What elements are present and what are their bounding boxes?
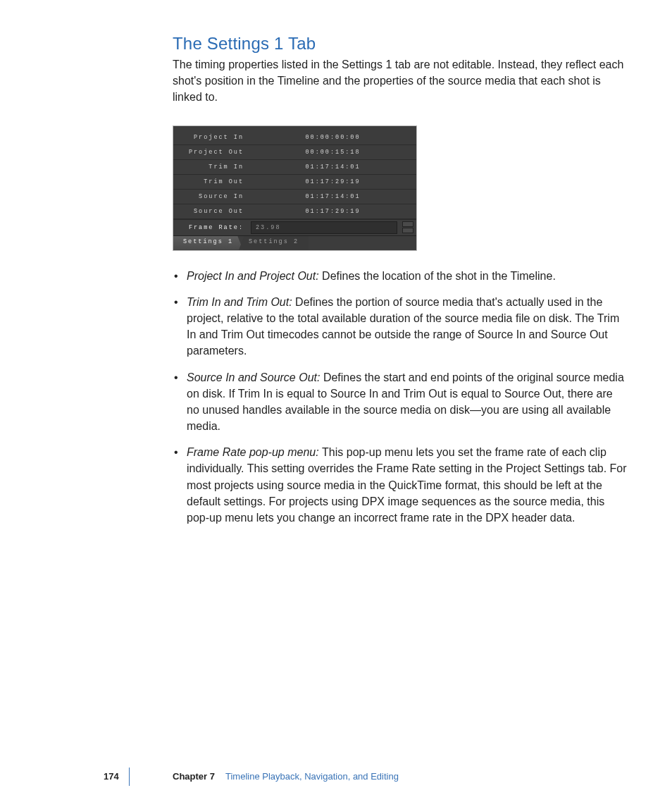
frame-rate-row: Frame Rate: 23.98 xyxy=(173,219,416,235)
frame-rate-stepper[interactable] xyxy=(402,221,413,233)
panel-row-label: Project In xyxy=(173,134,249,141)
definition-term: Source In and Source Out: xyxy=(187,371,323,383)
panel-row-label: Trim In xyxy=(173,164,249,171)
panel-row-value: 00:00:00:00 xyxy=(249,134,416,141)
panel-row-label: Source In xyxy=(173,193,249,200)
definition-desc: Defines the location of the shot in the … xyxy=(322,270,556,282)
panel-row-label: Project Out xyxy=(173,149,249,156)
list-item: Trim In and Trim Out: Defines the portio… xyxy=(173,294,627,359)
panel-row: Source In 01:17:14:01 xyxy=(173,190,416,204)
definition-term: Project In and Project Out: xyxy=(187,270,322,282)
panel-row-value: 01:17:29:19 xyxy=(249,208,416,215)
panel-row-value: 01:17:29:19 xyxy=(249,178,416,185)
page-footer: 174 Chapter 7 Timeline Playback, Navigat… xyxy=(0,765,672,782)
panel-row-value: 01:17:14:01 xyxy=(249,164,416,171)
chapter-title: Timeline Playback, Navigation, and Editi… xyxy=(225,771,399,782)
panel-row-value: 00:00:15:18 xyxy=(249,149,416,156)
list-item: Frame Rate pop-up menu: This pop-up menu… xyxy=(173,444,627,526)
page-number: 174 xyxy=(104,771,119,782)
stepper-up-icon[interactable] xyxy=(402,221,413,227)
panel-row: Trim In 01:17:14:01 xyxy=(173,160,416,175)
definition-term: Frame Rate pop-up menu: xyxy=(187,446,322,458)
definition-list: Project In and Project Out: Defines the … xyxy=(173,268,627,526)
tab-settings-1[interactable]: Settings 1 xyxy=(173,236,243,250)
section-heading: The Settings 1 Tab xyxy=(173,34,627,54)
list-item: Project In and Project Out: Defines the … xyxy=(173,268,627,284)
panel-row-label: Source Out xyxy=(173,208,249,215)
panel-row: Project Out 00:00:15:18 xyxy=(173,145,416,160)
chapter-label: Chapter 7 xyxy=(173,771,215,782)
frame-rate-label: Frame Rate: xyxy=(173,224,249,231)
footer-separator xyxy=(129,768,130,786)
settings-panel: Project In 00:00:00:00 Project Out 00:00… xyxy=(173,126,416,250)
tab-settings-2[interactable]: Settings 2 xyxy=(239,236,309,250)
definition-term: Trim In and Trim Out: xyxy=(187,296,295,308)
panel-row-value: 01:17:14:01 xyxy=(249,193,416,200)
panel-tabs: Settings 1 Settings 2 xyxy=(173,235,416,250)
stepper-down-icon[interactable] xyxy=(402,228,413,233)
panel-row-label: Trim Out xyxy=(173,178,249,185)
list-item: Source In and Source Out: Defines the st… xyxy=(173,369,627,435)
intro-paragraph: The timing properties listed in the Sett… xyxy=(173,56,627,106)
settings-panel-figure: Project In 00:00:00:00 Project Out 00:00… xyxy=(173,125,417,251)
panel-row: Source Out 01:17:29:19 xyxy=(173,204,416,219)
frame-rate-popup[interactable]: 23.98 xyxy=(251,221,397,234)
panel-row: Trim Out 01:17:29:19 xyxy=(173,175,416,190)
panel-row: Project In 00:00:00:00 xyxy=(173,130,416,145)
